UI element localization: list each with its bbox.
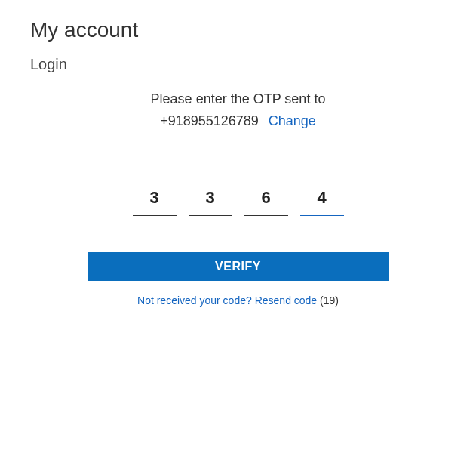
resend-prefix: Not received your code? <box>137 294 255 307</box>
resend-action: Resend code <box>255 294 318 307</box>
otp-digit-2[interactable] <box>189 183 232 216</box>
otp-instruction: Please enter the OTP sent to <box>75 91 401 107</box>
otp-digit-1[interactable] <box>133 183 177 216</box>
otp-digit-3[interactable] <box>244 183 288 216</box>
otp-input-row <box>75 183 401 216</box>
resend-countdown: (19) <box>320 294 339 307</box>
phone-row: +918955126789 Change <box>75 113 401 129</box>
phone-number: +918955126789 <box>160 113 259 128</box>
resend-link[interactable]: Not received your code? Resend code <box>137 294 317 307</box>
verify-button[interactable]: VERIFY <box>88 252 389 281</box>
otp-digit-4[interactable] <box>300 183 344 216</box>
page-subtitle: Login <box>30 56 446 73</box>
change-phone-link[interactable]: Change <box>269 113 316 128</box>
resend-row: Not received your code? Resend code (19) <box>75 294 401 307</box>
page-title: My account <box>30 18 446 42</box>
otp-form: Please enter the OTP sent to +9189551267… <box>30 91 446 307</box>
